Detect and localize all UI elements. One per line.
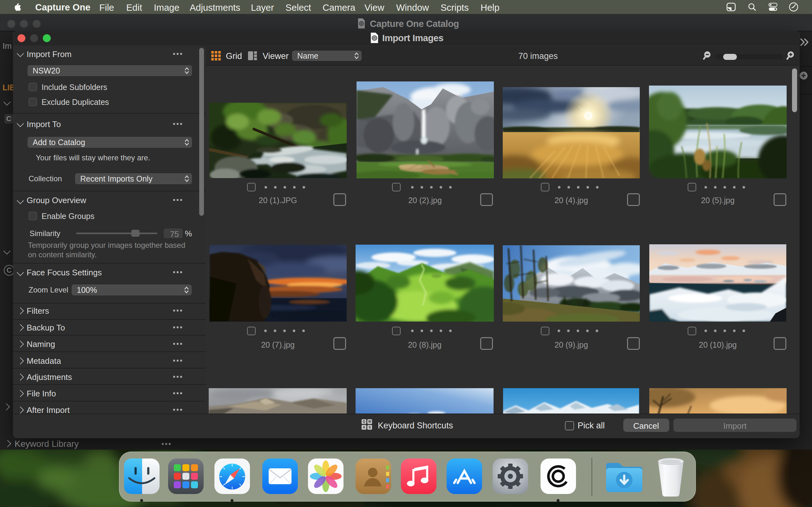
svg-text:S: S bbox=[368, 426, 371, 429]
svg-text:W: W bbox=[368, 420, 371, 424]
svg-text:Q: Q bbox=[363, 420, 365, 424]
svg-text:A: A bbox=[363, 426, 365, 429]
